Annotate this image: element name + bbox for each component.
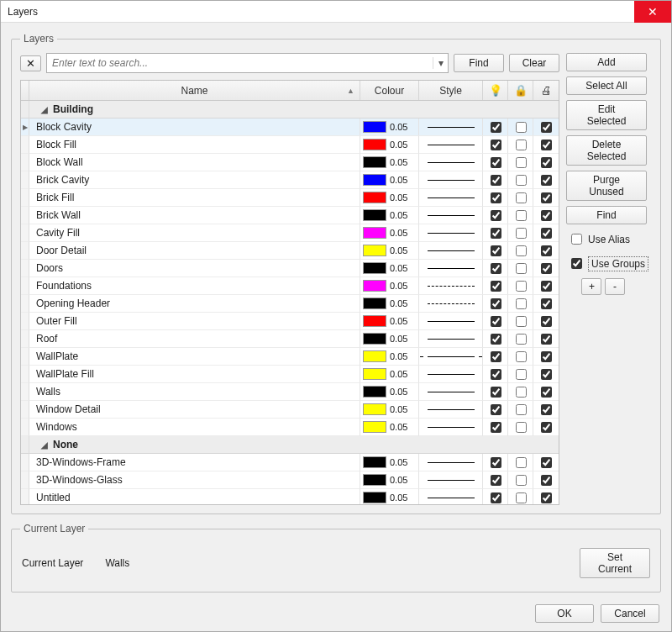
layer-locked-cell[interactable] <box>508 260 533 277</box>
layer-visible-cell[interactable] <box>483 189 508 207</box>
print-checkbox[interactable] <box>541 404 552 415</box>
layer-colour-cell[interactable]: 0.05 <box>360 154 419 171</box>
layer-style-cell[interactable] <box>419 419 483 436</box>
print-checkbox[interactable] <box>541 334 552 345</box>
locked-checkbox[interactable] <box>516 316 527 327</box>
print-checkbox[interactable] <box>541 228 552 239</box>
layer-style-cell[interactable] <box>419 207 483 224</box>
layer-row[interactable]: Roof0.05 <box>21 330 559 348</box>
layer-row[interactable]: Brick Cavity0.05 <box>21 171 559 189</box>
header-style[interactable]: Style <box>419 81 483 100</box>
layer-locked-cell[interactable] <box>508 489 533 504</box>
locked-checkbox[interactable] <box>516 492 527 503</box>
visible-checkbox[interactable] <box>491 245 501 256</box>
layer-row[interactable]: Foundations0.05 <box>21 277 559 295</box>
visible-checkbox[interactable] <box>491 457 501 468</box>
layer-visible-cell[interactable] <box>483 454 508 471</box>
layer-visible-cell[interactable] <box>483 401 508 419</box>
layer-colour-cell[interactable]: 0.05 <box>360 313 419 330</box>
locked-checkbox[interactable] <box>516 140 527 150</box>
layer-locked-cell[interactable] <box>508 242 533 260</box>
add-button[interactable]: Add <box>566 53 647 71</box>
ok-button[interactable]: OK <box>535 604 594 623</box>
layer-colour-cell[interactable]: 0.05 <box>360 118 419 136</box>
layer-style-cell[interactable] <box>419 313 483 330</box>
layer-locked-cell[interactable] <box>508 154 533 171</box>
layer-name-cell[interactable]: Brick Wall <box>29 207 360 224</box>
layer-visible-cell[interactable] <box>483 295 508 313</box>
layer-name-cell[interactable]: Windows <box>29 419 360 436</box>
layer-name-cell[interactable]: Walls <box>29 383 360 401</box>
layer-print-cell[interactable] <box>533 242 559 260</box>
layer-name-cell[interactable]: Doors <box>29 260 360 277</box>
layer-print-cell[interactable] <box>533 330 559 348</box>
layer-name-cell[interactable]: WallPlate Fill <box>29 366 360 383</box>
layer-style-cell[interactable] <box>419 454 483 471</box>
print-checkbox[interactable] <box>541 475 552 486</box>
layer-visible-cell[interactable] <box>483 348 508 366</box>
layer-style-cell[interactable] <box>419 171 483 189</box>
locked-checkbox[interactable] <box>516 263 527 274</box>
print-checkbox[interactable] <box>541 140 552 150</box>
locked-checkbox[interactable] <box>516 245 527 256</box>
layer-row[interactable]: 3D-Windows-Frame0.05 <box>21 454 559 471</box>
print-checkbox[interactable] <box>541 316 552 327</box>
layer-row[interactable]: Brick Wall0.05 <box>21 207 559 224</box>
locked-checkbox[interactable] <box>516 175 527 186</box>
layer-style-cell[interactable] <box>419 471 483 489</box>
layer-colour-cell[interactable]: 0.05 <box>360 224 419 242</box>
layer-row[interactable]: Outer Fill0.05 <box>21 313 559 330</box>
layer-visible-cell[interactable] <box>483 207 508 224</box>
layer-name-cell[interactable]: Cavity Fill <box>29 224 360 242</box>
layer-visible-cell[interactable] <box>483 224 508 242</box>
print-checkbox[interactable] <box>541 298 552 309</box>
layer-row[interactable]: WallPlate Fill0.05 <box>21 366 559 383</box>
layer-print-cell[interactable] <box>533 260 559 277</box>
layer-locked-cell[interactable] <box>508 207 533 224</box>
layer-colour-cell[interactable]: 0.05 <box>360 383 419 401</box>
grid-body[interactable]: ◢BuildingBlock Cavity0.05Block Fill0.05B… <box>21 101 559 504</box>
visible-checkbox[interactable] <box>491 157 501 168</box>
layer-print-cell[interactable] <box>533 154 559 171</box>
visible-checkbox[interactable] <box>491 140 501 150</box>
layer-name-cell[interactable]: 3D-Windows-Frame <box>29 454 360 471</box>
layer-style-cell[interactable] <box>419 330 483 348</box>
layer-print-cell[interactable] <box>533 454 559 471</box>
visible-checkbox[interactable] <box>491 492 501 503</box>
layer-visible-cell[interactable] <box>483 118 508 136</box>
collapse-groups-button[interactable]: - <box>605 278 625 295</box>
layer-row[interactable]: Opening Header0.05 <box>21 295 559 313</box>
layer-colour-cell[interactable]: 0.05 <box>360 242 419 260</box>
print-checkbox[interactable] <box>541 263 552 274</box>
find-button[interactable]: Find <box>454 54 504 72</box>
layer-name-cell[interactable]: Brick Cavity <box>29 171 360 189</box>
search-dropdown-button[interactable]: ▾ <box>433 57 448 69</box>
visible-checkbox[interactable] <box>491 192 501 203</box>
edit-selected-button[interactable]: Edit Selected <box>566 100 647 130</box>
layer-row[interactable]: Window Detail0.05 <box>21 401 559 419</box>
layer-row[interactable]: Brick Fill0.05 <box>21 189 559 207</box>
layer-style-cell[interactable] <box>419 242 483 260</box>
header-print[interactable]: 🖨 <box>533 81 559 100</box>
visible-checkbox[interactable] <box>491 387 501 398</box>
layer-style-cell[interactable] <box>419 383 483 401</box>
header-colour[interactable]: Colour <box>360 81 419 100</box>
print-checkbox[interactable] <box>541 157 552 168</box>
layer-style-cell[interactable] <box>419 189 483 207</box>
side-find-button[interactable]: Find <box>566 206 647 224</box>
layer-style-cell[interactable] <box>419 295 483 313</box>
layer-colour-cell[interactable]: 0.05 <box>360 260 419 277</box>
layer-locked-cell[interactable] <box>508 118 533 136</box>
layer-locked-cell[interactable] <box>508 366 533 383</box>
print-checkbox[interactable] <box>541 387 552 398</box>
layer-colour-cell[interactable]: 0.05 <box>360 348 419 366</box>
layer-row[interactable]: Cavity Fill0.05 <box>21 224 559 242</box>
locked-checkbox[interactable] <box>516 157 527 168</box>
visible-checkbox[interactable] <box>491 122 501 133</box>
layer-row[interactable]: Block Fill0.05 <box>21 136 559 154</box>
layer-style-cell[interactable] <box>419 277 483 295</box>
layer-print-cell[interactable] <box>533 471 559 489</box>
locked-checkbox[interactable] <box>516 210 527 221</box>
visible-checkbox[interactable] <box>491 334 501 345</box>
layer-locked-cell[interactable] <box>508 313 533 330</box>
